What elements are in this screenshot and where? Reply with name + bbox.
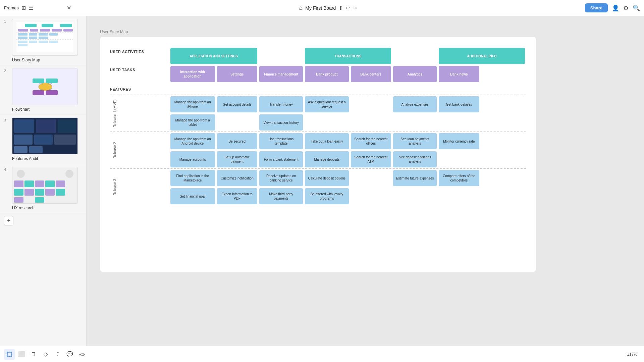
r1-view-transaction[interactable]: View transaction history	[259, 114, 303, 131]
svg-rect-28	[46, 90, 58, 95]
share-button[interactable]: Share	[585, 3, 608, 12]
r1-bank-details[interactable]: Get bank detailes	[439, 96, 479, 112]
svg-rect-45	[14, 180, 23, 187]
svg-rect-18	[39, 41, 48, 43]
svg-rect-50	[14, 189, 23, 196]
r1-transfer[interactable]: Transfer money	[259, 96, 303, 112]
tools-icon[interactable]: ⚙	[623, 4, 629, 12]
search-icon[interactable]: 🔍	[633, 4, 640, 12]
add-frame-button[interactable]: +	[4, 216, 13, 225]
svg-rect-35	[36, 119, 56, 133]
r1-ask-question[interactable]: Ask a question/ request a service	[305, 96, 348, 112]
svg-rect-6	[40, 29, 50, 32]
sticky-tool-bottom[interactable]: 🗒	[28, 349, 39, 360]
svg-rect-7	[52, 29, 62, 32]
svg-rect-25	[33, 79, 44, 83]
svg-rect-37	[14, 135, 33, 145]
r1-manage-iphone[interactable]: Manage the app from an iPhone	[170, 96, 215, 112]
shape-tool[interactable]: ◇	[40, 349, 51, 360]
r3-banking-updates[interactable]: Receive updates on banking service	[259, 170, 303, 186]
svg-rect-48	[45, 180, 55, 187]
svg-rect-53	[45, 189, 55, 196]
task-analytics[interactable]: Analytics	[393, 66, 437, 82]
r2-loan-analysis[interactable]: See loan payments analysis	[393, 133, 437, 149]
frame-thumb-1	[12, 19, 78, 56]
r2-secured[interactable]: Be secured	[217, 133, 257, 149]
grid-icon[interactable]: ⊞	[21, 5, 26, 11]
canvas[interactable]: User Story Map	[87, 16, 644, 346]
r2-bank-statement[interactable]: Form a bank statement	[259, 151, 303, 167]
r3-compare-offers[interactable]: Compare offers of the competitors	[439, 170, 479, 186]
task-bank-centers[interactable]: Bank centers	[351, 66, 391, 82]
svg-rect-5	[30, 29, 38, 32]
user-activities-label: USER ACTIVITIES	[110, 47, 157, 65]
activity-additional[interactable]: ADDITIONAL INFO	[439, 48, 525, 64]
r2-transactions-template[interactable]: Use transactions template	[259, 133, 303, 149]
r2-auto-payment[interactable]: Set up automatic payment	[217, 151, 257, 167]
r1-analyze[interactable]: Analyze expenses	[393, 96, 437, 112]
user-tasks-row: USER TASKS Interaction with application …	[110, 65, 526, 83]
frame-item-3[interactable]: 3 Features Audit	[0, 115, 86, 164]
svg-rect-20	[18, 44, 28, 46]
screen-tool[interactable]: ⬜	[16, 349, 27, 360]
r2-deposit-analysis[interactable]: See deposit additions analysis	[393, 151, 437, 167]
r2-atm[interactable]: Search for the nearest ATM	[351, 151, 391, 167]
export-button[interactable]: ⬆	[338, 5, 343, 11]
r1-manage-tablet[interactable]: Manage the app from a tablet	[170, 114, 215, 131]
release2-row2: Manage accounts Set up automatic payment…	[110, 150, 526, 168]
frame-thumb-3	[12, 117, 78, 154]
release3-row2: Set financial goal Export information to…	[110, 187, 526, 205]
task-bank-product[interactable]: Bank product	[305, 66, 348, 82]
frame-item-1[interactable]: 1	[0, 16, 86, 65]
undo-button[interactable]: ↩	[345, 5, 350, 11]
r3-future-expenses[interactable]: Estimate future expenses	[393, 170, 437, 186]
svg-rect-36	[58, 119, 76, 133]
svg-rect-54	[56, 189, 65, 196]
svg-rect-10	[29, 33, 37, 36]
svg-rect-2	[42, 24, 53, 27]
svg-rect-9	[18, 33, 28, 36]
user-activities-row: USER ACTIVITIES APPLICATION AND SETTINGS…	[110, 47, 526, 65]
svg-rect-56	[35, 197, 44, 203]
frame-label-2: Flowchart	[12, 106, 78, 112]
home-button[interactable]: ⌂	[299, 4, 303, 11]
right-area: Share 👤 ⚙ 🔍	[585, 3, 640, 12]
expand-icon[interactable]: «»	[76, 349, 87, 360]
r3-notification[interactable]: Customize notification	[217, 170, 257, 186]
r2-manage-accounts[interactable]: Manage accounts	[170, 151, 215, 167]
task-interaction[interactable]: Interaction with application	[170, 66, 215, 82]
r3-deposit-calc[interactable]: Calculate deposit options	[305, 170, 348, 186]
profile-icon[interactable]: 👤	[612, 4, 619, 12]
r2-deposits[interactable]: Manage deposits	[305, 151, 348, 167]
menu-icon[interactable]: ☰	[29, 5, 33, 11]
frame-item-2[interactable]: 2 Flowchart	[0, 65, 86, 115]
comment-tool-bottom[interactable]: 💬	[64, 349, 75, 360]
r1-get-account[interactable]: Get account details	[217, 96, 257, 112]
r2-loan[interactable]: Take out a loan easily	[305, 133, 348, 149]
task-settings[interactable]: Settings	[217, 66, 257, 82]
close-icon[interactable]: ✕	[67, 5, 71, 11]
connector-tool[interactable]: ⤴	[52, 349, 63, 360]
r2-android[interactable]: Manage the app from an Android device	[170, 133, 215, 149]
activity-app-settings[interactable]: APPLICATION AND SETTINGS	[170, 48, 257, 64]
frame-tool-bottom[interactable]	[4, 349, 15, 360]
redo-button[interactable]: ↪	[353, 5, 357, 11]
r2-currency[interactable]: Monitor currency rate	[439, 133, 479, 149]
svg-rect-40	[14, 146, 28, 153]
r2-offices[interactable]: Search for the nearest offices	[351, 133, 391, 149]
r3-loyalty[interactable]: Be offered with loyalty programs	[305, 188, 348, 204]
svg-rect-17	[29, 41, 37, 43]
zoom-level: 117%	[627, 352, 637, 357]
r3-marketplace[interactable]: Find application in the Marketplace	[170, 170, 215, 186]
task-bank-news[interactable]: Bank news	[439, 66, 479, 82]
r3-export-pdf[interactable]: Export information to PDF	[217, 188, 257, 204]
frames-label: Frames	[4, 5, 19, 10]
task-finance[interactable]: Finance management	[259, 66, 303, 82]
frame-item-4[interactable]: 4	[0, 164, 86, 213]
r3-financial-goal[interactable]: Set financial goal	[170, 188, 215, 204]
features-divider-row: FEATURES	[110, 83, 526, 95]
release1-row2: Manage the app from a tablet View transa…	[110, 113, 526, 132]
r3-third-party[interactable]: Make third party payments	[259, 188, 303, 204]
activity-transactions[interactable]: TRANSACTIONS	[305, 48, 391, 64]
release1-row1: Release 1 (MVP) Manage the app from an i…	[110, 95, 526, 113]
